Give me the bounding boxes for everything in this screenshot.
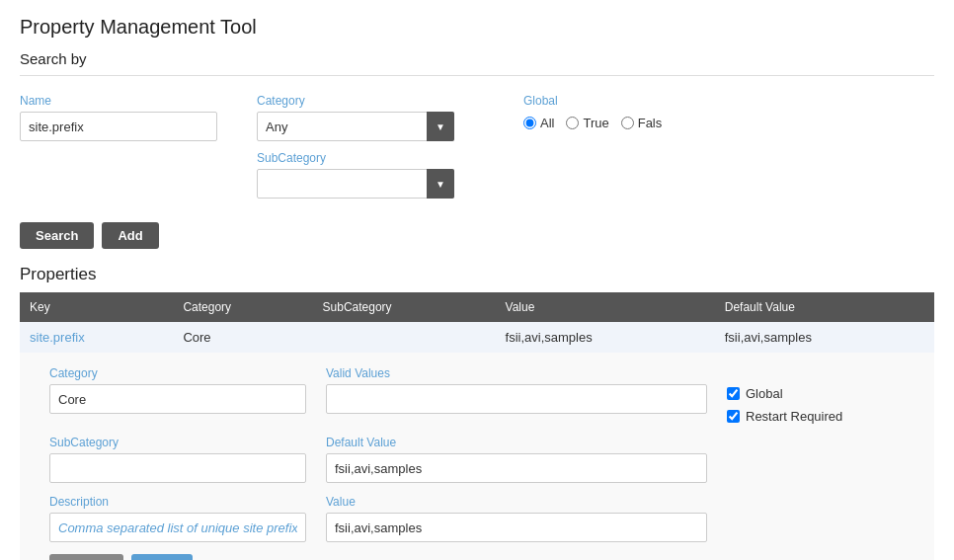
search-section-title: Search by <box>20 50 934 67</box>
global-checkbox-label: Global <box>746 386 783 401</box>
page-title: Property Management Tool <box>20 16 934 39</box>
restart-checkbox-item[interactable]: Restart Required <box>727 409 924 424</box>
expand-grid: Category Valid Values Global <box>49 366 924 542</box>
category-label: Category <box>257 94 454 108</box>
search-divider <box>20 75 934 76</box>
global-radio-row: All True Fals <box>523 116 662 130</box>
expand-value-label: Value <box>326 495 707 509</box>
radio-all-input[interactable] <box>523 117 536 129</box>
expand-category-input[interactable] <box>49 384 306 414</box>
subcategory-select-wrapper[interactable] <box>257 169 454 199</box>
global-group: Global All True Fals <box>523 94 662 130</box>
expand-valid-values-field: Valid Values <box>326 366 707 424</box>
name-input[interactable] <box>20 112 217 141</box>
save-button[interactable]: Save <box>131 554 193 560</box>
subcategory-field-group: SubCategory <box>257 151 454 199</box>
search-row: Name Category Any Core Comms SubCategory <box>20 94 934 199</box>
category-group: Category Any Core Comms SubCategory <box>257 94 454 199</box>
category-select[interactable]: Any Core Comms <box>257 112 454 141</box>
global-checkbox-item[interactable]: Global <box>727 386 924 401</box>
radio-false-item[interactable]: Fals <box>621 116 663 130</box>
col-subcategory: SubCategory <box>313 292 496 322</box>
expand-subcategory-field: SubCategory <box>49 436 306 483</box>
radio-false-input[interactable] <box>621 117 634 129</box>
row-default-value: fsii,avi,samples <box>715 322 934 353</box>
radio-all-item[interactable]: All <box>523 116 554 130</box>
key-link[interactable]: site.prefix <box>30 330 85 345</box>
expand-description-input[interactable] <box>49 513 306 542</box>
radio-all-label: All <box>540 116 554 130</box>
radio-true-item[interactable]: True <box>566 116 608 130</box>
col-category: Category <box>173 292 312 322</box>
expand-default-value-label: Default Value <box>326 436 707 449</box>
search-section: Name Category Any Core Comms SubCategory <box>20 90 934 208</box>
table-header-row: Key Category SubCategory Value Default V… <box>20 292 934 322</box>
expand-description-label: Description <box>49 495 306 509</box>
category-field-group: Category Any Core Comms <box>257 94 454 141</box>
expand-category-label: Category <box>49 366 306 380</box>
expand-valid-values-label: Valid Values <box>326 366 707 380</box>
row-value: fsii,avi,samples <box>496 322 715 353</box>
expand-default-value-input[interactable] <box>326 453 707 483</box>
row-subcategory <box>313 322 496 353</box>
category-select-wrapper[interactable]: Any Core Comms <box>257 112 454 141</box>
properties-table: Key Category SubCategory Value Default V… <box>20 292 934 560</box>
col-default-value: Default Value <box>715 292 934 322</box>
properties-title: Properties <box>20 265 934 284</box>
name-field-group: Name <box>20 94 217 141</box>
cancel-button[interactable]: Cancel <box>49 554 123 560</box>
restart-checkbox[interactable] <box>727 410 740 423</box>
global-label: Global <box>523 94 662 108</box>
expand-cell: Category Valid Values Global <box>20 353 934 560</box>
expand-default-value-field: Default Value <box>326 436 707 483</box>
table-body: site.prefix Core fsii,avi,samples fsii,a… <box>20 322 934 560</box>
expand-checkbox-group: Global Restart Required <box>727 366 924 424</box>
radio-false-label: Fals <box>638 116 663 130</box>
radio-true-input[interactable] <box>566 117 579 129</box>
table-header: Key Category SubCategory Value Default V… <box>20 292 934 322</box>
expand-value-input[interactable] <box>326 513 707 542</box>
expand-spacer <box>727 436 924 483</box>
search-button-row: Search Add <box>20 222 934 249</box>
expand-action-buttons: Cancel Save <box>49 554 924 560</box>
col-value: Value <box>496 292 715 322</box>
expand-category-field: Category <box>49 366 306 424</box>
global-checkbox[interactable] <box>727 387 740 400</box>
table-row: site.prefix Core fsii,avi,samples fsii,a… <box>20 322 934 353</box>
expand-row: Category Valid Values Global <box>20 353 934 560</box>
row-key[interactable]: site.prefix <box>20 322 173 353</box>
expand-subcategory-input[interactable] <box>49 453 306 483</box>
col-key: Key <box>20 292 173 322</box>
row-category: Core <box>173 322 312 353</box>
expand-subcategory-label: SubCategory <box>49 436 306 449</box>
add-button[interactable]: Add <box>102 222 158 249</box>
radio-true-label: True <box>583 116 608 130</box>
expand-spacer2 <box>727 495 924 542</box>
expand-description-field: Description <box>49 495 306 542</box>
name-label: Name <box>20 94 217 108</box>
expand-value-field: Value <box>326 495 707 542</box>
subcategory-select[interactable] <box>257 169 454 199</box>
restart-checkbox-label: Restart Required <box>746 409 842 424</box>
subcategory-label: SubCategory <box>257 151 454 165</box>
expand-valid-values-input[interactable] <box>326 384 707 414</box>
search-button[interactable]: Search <box>20 222 94 249</box>
